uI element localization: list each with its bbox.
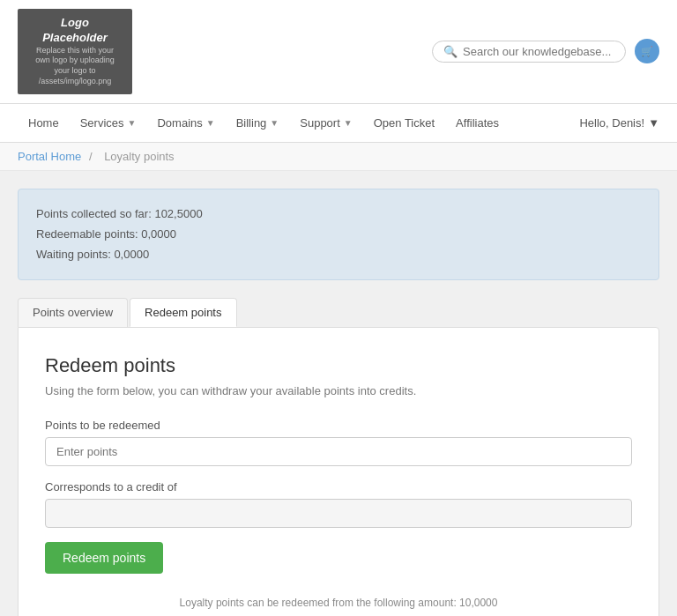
- search-input[interactable]: [463, 45, 614, 58]
- redeem-button[interactable]: Redeem points: [45, 542, 163, 574]
- points-collected: Points collected so far: 102,5000: [36, 204, 641, 224]
- logo: Logo Placeholder Replace this with your …: [18, 9, 132, 94]
- cart-button[interactable]: 🛒: [635, 39, 659, 63]
- breadcrumb-current: Loyalty points: [104, 150, 175, 163]
- points-to-redeem-group: Points to be redeemed: [45, 419, 632, 466]
- points-info-box: Points collected so far: 102,5000 Redeem…: [18, 189, 659, 280]
- redeem-title: Redeem points: [45, 354, 632, 377]
- caret-icon: ▼: [344, 118, 353, 128]
- header-right: 🔍 🛒: [432, 39, 659, 63]
- redeem-note: Loyalty points can be redeemed from the …: [45, 597, 632, 609]
- nav-item-domains[interactable]: Domains ▼: [146, 104, 225, 142]
- nav-item-support[interactable]: Support ▼: [289, 104, 362, 142]
- caret-icon: ▼: [128, 118, 137, 128]
- logo-subtitle: Replace this with your own logo by uploa…: [28, 46, 122, 87]
- caret-icon: ▼: [206, 118, 215, 128]
- tab-redeem-points[interactable]: Redeem points: [130, 298, 236, 327]
- breadcrumb: Portal Home / Loyalty points: [0, 143, 677, 171]
- logo-title: Logo Placeholder: [28, 16, 122, 46]
- redeem-card: Redeem points Using the form below, you …: [18, 327, 659, 616]
- nav-item-services[interactable]: Services ▼: [70, 104, 147, 142]
- top-header: Logo Placeholder Replace this with your …: [0, 0, 677, 104]
- nav-item-open-ticket[interactable]: Open Ticket: [363, 104, 445, 142]
- points-redeemable: Redeemable points: 0,0000: [36, 224, 641, 244]
- nav-user[interactable]: Hello, Denis! ▼: [579, 116, 659, 130]
- navbar: Home Services ▼ Domains ▼ Billing ▼ Supp…: [0, 104, 677, 143]
- user-greeting: Hello, Denis!: [579, 116, 644, 130]
- credits-input: 0: [45, 499, 632, 528]
- tabs: Points overview Redeem points: [18, 298, 659, 327]
- search-bar: 🔍: [432, 41, 626, 63]
- breadcrumb-home[interactable]: Portal Home: [18, 150, 81, 163]
- nav-item-affiliates[interactable]: Affiliates: [445, 104, 510, 142]
- nav-item-home[interactable]: Home: [18, 104, 70, 142]
- search-icon: 🔍: [443, 45, 458, 58]
- points-input[interactable]: [45, 437, 632, 466]
- points-waiting: Waiting points: 0,0000: [36, 244, 641, 264]
- caret-icon: ▼: [648, 116, 659, 130]
- nav-left: Home Services ▼ Domains ▼ Billing ▼ Supp…: [18, 104, 510, 142]
- tab-points-overview[interactable]: Points overview: [18, 298, 128, 327]
- credits-label: Corresponds to a credit of: [45, 480, 632, 494]
- redeem-subtitle: Using the form below, you can withdraw y…: [45, 384, 632, 397]
- credit-group: Corresponds to a credit of 0: [45, 480, 632, 528]
- breadcrumb-separator: /: [89, 150, 93, 163]
- caret-icon: ▼: [270, 118, 279, 128]
- points-label: Points to be redeemed: [45, 419, 632, 432]
- nav-item-billing[interactable]: Billing ▼: [226, 104, 290, 142]
- main-content: Points collected so far: 102,5000 Redeem…: [0, 171, 677, 616]
